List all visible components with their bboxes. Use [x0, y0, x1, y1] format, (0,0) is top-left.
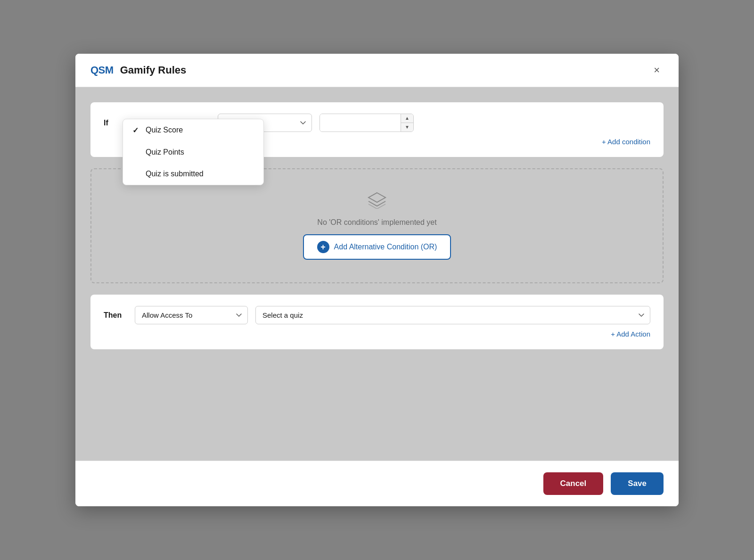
condition-row: If ✓ Quiz Score Quiz Points: [104, 114, 650, 132]
condition-type-dropdown-popup[interactable]: ✓ Quiz Score Quiz Points Quiz is submitt…: [123, 119, 264, 185]
dropdown-option-quiz-points-label: Quiz Points: [146, 148, 184, 156]
action-row: Then Allow Access To Send Email Show Mes…: [104, 306, 650, 324]
add-action-link[interactable]: + Add Action: [104, 330, 650, 338]
value-input-wrapper: ▲ ▼: [320, 114, 414, 132]
add-alternative-condition-label: Add Alternative Condition (OR): [334, 243, 437, 251]
value-input[interactable]: [320, 114, 401, 132]
close-button[interactable]: ×: [650, 63, 664, 77]
or-conditions-area: No 'OR conditions' implemented yet + Add…: [90, 168, 664, 283]
if-label: If: [104, 119, 108, 127]
action-card: Then Allow Access To Send Email Show Mes…: [90, 295, 664, 349]
condition-card: If ✓ Quiz Score Quiz Points: [90, 102, 664, 157]
spinner-down-button[interactable]: ▼: [401, 123, 413, 132]
qsm-logo: QSM: [90, 64, 114, 76]
dropdown-option-quiz-submitted-label: Quiz is submitted: [146, 170, 204, 178]
dropdown-option-quiz-score-label: Quiz Score: [146, 126, 183, 134]
or-conditions-empty-text: No 'OR conditions' implemented yet: [317, 218, 436, 227]
modal-body: If ✓ Quiz Score Quiz Points: [75, 87, 679, 461]
add-alternative-condition-button[interactable]: + Add Alternative Condition (OR): [303, 234, 451, 260]
plus-circle-icon: +: [317, 241, 329, 253]
save-button[interactable]: Save: [611, 472, 664, 495]
gamify-rules-modal: QSM Gamify Rules × If ✓ Quiz Sc: [75, 54, 679, 506]
action-type-select[interactable]: Allow Access To Send Email Show Message: [135, 306, 248, 324]
modal-header-left: QSM Gamify Rules: [90, 64, 186, 76]
modal-header: QSM Gamify Rules ×: [75, 54, 679, 87]
check-mark-quiz-score: ✓: [132, 126, 141, 135]
cancel-button[interactable]: Cancel: [543, 472, 604, 495]
modal-footer: Cancel Save: [75, 461, 679, 506]
then-label: Then: [104, 311, 127, 320]
dropdown-option-quiz-submitted[interactable]: Quiz is submitted: [123, 163, 263, 185]
dropdown-option-quiz-score[interactable]: ✓ Quiz Score: [123, 119, 263, 141]
modal-overlay: QSM Gamify Rules × If ✓ Quiz Sc: [0, 0, 754, 560]
spinner-buttons: ▲ ▼: [401, 114, 413, 132]
dropdown-option-quiz-points[interactable]: Quiz Points: [123, 141, 263, 163]
modal-title: Gamify Rules: [120, 64, 187, 76]
spinner-up-button[interactable]: ▲: [401, 114, 413, 123]
quiz-select[interactable]: Select a quiz: [255, 306, 650, 324]
condition-type-wrapper: If ✓ Quiz Score Quiz Points: [104, 119, 108, 127]
layers-icon: [368, 192, 386, 211]
